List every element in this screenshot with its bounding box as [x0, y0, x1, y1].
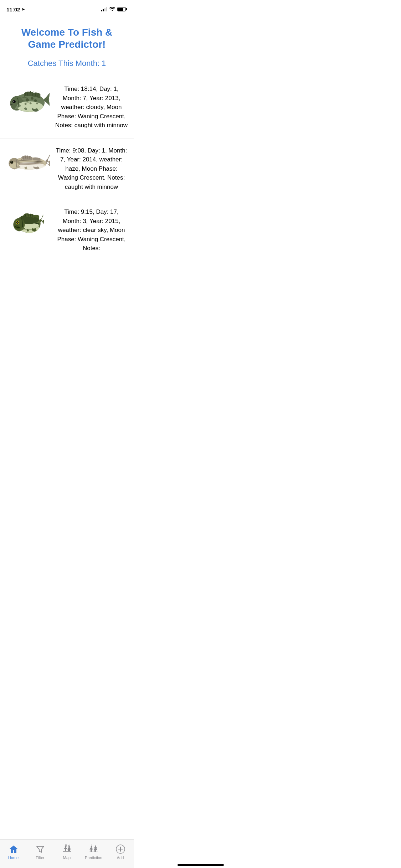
- fish-entry-3-details: Time: 9:15, Day: 17, Month: 3, Year: 201…: [55, 206, 128, 253]
- fish-entry-2[interactable]: Time: 9:08, Day: 1, Month: 7, Year: 2014…: [0, 139, 134, 201]
- crappie-illustration: [7, 87, 50, 115]
- signal-bar-3: [104, 8, 106, 11]
- largemouth-bass-illustration: [7, 210, 50, 238]
- entries-list: Time: 18:14, Day: 1, Month: 7, Year: 201…: [0, 77, 134, 262]
- page-title: Welcome To Fish & Game Predictor!: [11, 26, 123, 50]
- fish-image-largemouth-bass: [6, 206, 52, 242]
- svg-point-5: [34, 99, 37, 102]
- svg-line-43: [30, 214, 31, 217]
- catches-subtitle: Catches This Month: 1: [11, 59, 123, 68]
- svg-point-33: [11, 161, 12, 162]
- wifi-icon: [109, 6, 115, 12]
- page-header: Welcome To Fish & Game Predictor! Catche…: [0, 19, 134, 72]
- status-bar: 11:02 ➤: [0, 0, 134, 16]
- fish-entry-2-details: Time: 9:08, Day: 1, Month: 7, Year: 2014…: [55, 145, 128, 192]
- svg-line-14: [38, 93, 38, 97]
- svg-line-13: [35, 93, 36, 96]
- fish-image-striped-bass: [6, 145, 52, 180]
- signal-bar-2: [103, 9, 104, 11]
- svg-point-6: [30, 102, 32, 104]
- fish-entry[interactable]: Time: 18:14, Day: 1, Month: 7, Year: 201…: [0, 77, 134, 139]
- svg-point-8: [36, 102, 38, 104]
- battery-icon: [117, 7, 127, 11]
- main-content: Welcome To Fish & Game Predictor! Catche…: [0, 16, 134, 290]
- fish-entry-3[interactable]: Time: 9:15, Day: 17, Month: 3, Year: 201…: [0, 200, 134, 262]
- striped-bass-illustration: [7, 148, 50, 177]
- svg-point-4: [31, 97, 34, 100]
- signal-bar-1: [101, 10, 102, 11]
- svg-point-32: [11, 161, 12, 163]
- svg-line-44: [32, 215, 32, 217]
- svg-point-7: [25, 103, 27, 105]
- svg-point-20: [14, 101, 14, 102]
- svg-line-42: [29, 213, 29, 216]
- svg-point-19: [13, 101, 15, 103]
- fish-image-crappie: [6, 83, 52, 119]
- location-arrow-icon: ➤: [21, 7, 25, 12]
- signal-bar-4: [106, 7, 107, 11]
- svg-point-47: [17, 222, 17, 223]
- status-right-icons: [101, 6, 127, 12]
- fish-entry-1-details: Time: 18:14, Day: 1, Month: 7, Year: 201…: [55, 83, 128, 130]
- time-display: 11:02: [6, 6, 20, 12]
- status-time: 11:02 ➤: [6, 6, 25, 12]
- signal-bars-icon: [101, 7, 107, 11]
